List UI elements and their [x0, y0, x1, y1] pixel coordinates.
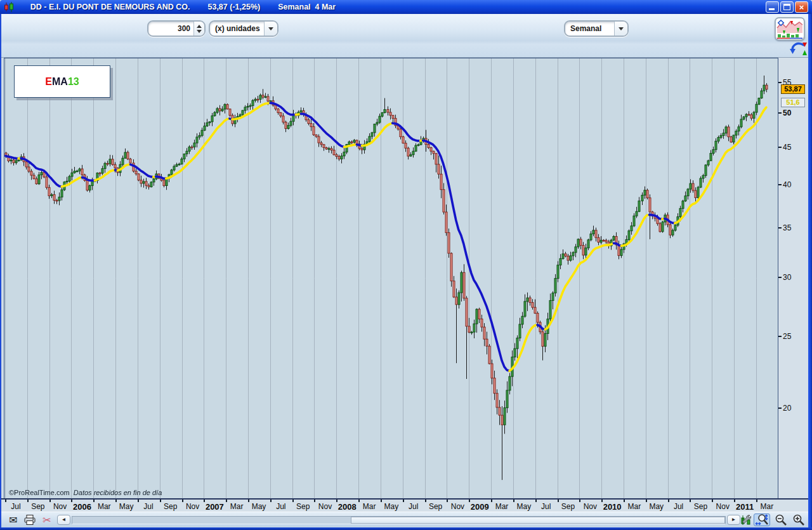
price-axis-tick [778, 184, 782, 185]
main-toolbar: 300 (x) unidades Semanal [1, 14, 808, 58]
time-axis-tick [579, 500, 580, 502]
email-icon: ✉ [9, 514, 17, 526]
print-chart-button[interactable] [23, 513, 37, 526]
time-axis-label: Nov [716, 502, 730, 511]
dropdown-arrow-icon[interactable] [614, 22, 627, 36]
spinner-buttons[interactable] [193, 22, 204, 36]
time-axis-tick [248, 500, 249, 502]
bottom-toolbar: ✉ ✂ ◄ ► [1, 512, 808, 527]
indicator-legend-ema13[interactable]: EMA13 [14, 65, 110, 98]
data-note: Datos recibidos en fin de día [74, 489, 162, 496]
chart-settings-button[interactable] [738, 513, 752, 526]
mini-chart-icon [776, 19, 803, 39]
legend-ema-period: 13 [68, 76, 79, 88]
title-price-change: 53,87 (-1,25%) [207, 3, 260, 11]
magnifier-arrows-icon [755, 513, 769, 526]
time-axis-tick [712, 500, 713, 502]
time-axis-label: Jul [11, 502, 20, 511]
price-axis-tick [778, 112, 782, 114]
time-axis-tick [756, 500, 757, 502]
time-axis-label: May [649, 502, 664, 511]
minimize-button[interactable] [766, 1, 779, 13]
time-axis-label: Mar [98, 502, 111, 511]
window-controls: × [766, 1, 808, 13]
time-axis-label: Sep [429, 502, 442, 511]
zoom-in-button[interactable] [792, 513, 806, 526]
time-axis-tick [160, 500, 161, 502]
cut-chart-button[interactable]: ✂ [40, 513, 54, 526]
time-axis-tick [292, 500, 294, 502]
magnifier-plus-icon [792, 514, 805, 526]
timeframe-dropdown[interactable]: Semanal [564, 20, 629, 37]
time-axis-label: May [517, 502, 532, 511]
price-axis-tick [778, 82, 782, 83]
ema-value-badge: 51,6 [781, 98, 805, 107]
chart-scrollbar-thumb[interactable] [351, 517, 725, 524]
price-axis-label: 25 [783, 332, 791, 341]
time-axis-label: Nov [451, 502, 464, 511]
refresh-arrows-icon [790, 41, 809, 56]
time-axis-tick [138, 500, 139, 502]
window-border-right [808, 14, 812, 527]
time-axis-tick [690, 500, 691, 502]
magnifier-minus-icon [775, 514, 787, 526]
scissors-icon: ✂ [43, 514, 51, 526]
scroll-right-icon: ► [731, 517, 737, 522]
time-axis-label: Jul [409, 502, 418, 511]
price-axis-tick [778, 336, 782, 337]
time-axis-label: Sep [694, 502, 707, 511]
time-axis-label: Sep [164, 502, 177, 511]
time-axis-label: 2011 [736, 502, 754, 512]
price-axis-label: 45 [783, 143, 791, 152]
time-axis-tick [425, 500, 426, 502]
price-axis-label: 30 [783, 273, 791, 282]
units-dropdown[interactable]: (x) unidades [209, 20, 278, 37]
spinner-down-icon[interactable] [197, 30, 202, 33]
wrench-candle-icon [740, 514, 752, 526]
application-window: DD - E.I. DU PONT DE NEMOURS AND CO.53,8… [0, 0, 812, 530]
title-bar[interactable]: DD - E.I. DU PONT DE NEMOURS AND CO.53,8… [0, 0, 812, 14]
chart-scrollbar-track[interactable] [72, 516, 726, 524]
time-axis-label: Jul [143, 502, 153, 511]
zoom-selection-button[interactable] [754, 513, 770, 526]
time-axis[interactable]: JulSepNov2006MarMayJulSepNov2007MarMayJu… [1, 498, 808, 512]
time-axis-tick [182, 500, 183, 502]
price-axis-tick [778, 277, 782, 278]
dropdown-arrow-icon[interactable] [264, 22, 277, 36]
time-axis-tick [115, 500, 117, 502]
time-axis-tick [27, 500, 29, 502]
time-axis-label: 2008 [338, 502, 357, 512]
time-axis-tick [535, 500, 537, 502]
minimize-icon [769, 8, 775, 10]
price-axis[interactable]: 53,87 51,6 5550454035302520 [778, 58, 808, 498]
time-axis-label: Jul [276, 502, 285, 511]
time-axis-label: Nov [584, 502, 597, 511]
refresh-data-button[interactable] [790, 41, 809, 56]
email-chart-button[interactable]: ✉ [6, 513, 20, 526]
time-axis-tick [358, 500, 360, 502]
time-axis-label: Sep [31, 502, 44, 511]
scroll-left-button[interactable]: ◄ [57, 515, 70, 525]
bars-count-value: 300 [148, 24, 193, 33]
chart-plot-area[interactable]: ©ProRealTime.com Datos recibidos en fin … [4, 58, 778, 498]
price-axis-label: 35 [783, 223, 791, 232]
legend-ema-ma: MA [52, 76, 68, 88]
chart-display-settings-button[interactable] [775, 17, 805, 41]
legend-ema-e: E [45, 76, 52, 88]
close-button[interactable]: × [795, 1, 808, 13]
zoom-out-button[interactable] [774, 513, 788, 526]
time-axis-label: 2007 [206, 502, 224, 512]
window-border-bottom [0, 527, 812, 530]
maximize-button[interactable] [780, 1, 794, 13]
bars-count-spinner[interactable]: 300 [147, 20, 206, 37]
time-axis-label: Nov [318, 502, 332, 511]
timeframe-dropdown-value: Semanal [565, 24, 614, 33]
candlestick-canvas[interactable] [4, 58, 778, 498]
time-axis-label: May [252, 502, 266, 511]
time-axis-tick [558, 500, 559, 502]
spinner-up-icon[interactable] [197, 25, 202, 28]
scroll-left-icon: ◄ [62, 517, 67, 522]
time-axis-tick [513, 500, 514, 502]
printer-icon [24, 515, 36, 525]
time-axis-tick [381, 500, 382, 502]
